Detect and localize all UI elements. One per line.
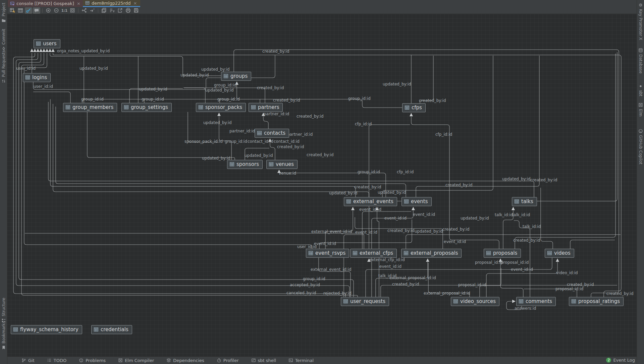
- tool-button-elm[interactable]: Elm: [637, 103, 644, 117]
- actual-size-button[interactable]: 1:1: [61, 7, 68, 14]
- table-node-proposals[interactable]: proposals: [484, 249, 521, 258]
- status-item-sbt-shell[interactable]: sbt shell: [251, 358, 276, 363]
- status-item-dependencies[interactable]: Dependencies: [166, 358, 204, 363]
- zoom-out-button[interactable]: [53, 7, 60, 14]
- tool-button-key-promoter-x[interactable]: Key Promoter X: [637, 3, 644, 40]
- table-name-label: flyway_schema_history: [20, 326, 78, 332]
- status-bar: GitTODOProblemsElm CompilerDependenciesP…: [0, 356, 644, 364]
- edge-label: canceled_by:id: [286, 291, 316, 295]
- table-node-talks[interactable]: talks: [512, 197, 537, 206]
- export-button[interactable]: [116, 7, 124, 14]
- elm-icon: [638, 103, 643, 107]
- editor-tab-bar: console [[PROD] Gospeak]×dem8mlgp225rdd×: [7, 0, 637, 7]
- table-node-video_sources[interactable]: video_sources: [451, 297, 499, 306]
- tool-button-structure[interactable]: Structure: [0, 298, 7, 323]
- edge-label: created_by:id: [257, 86, 284, 90]
- tool-label: Database: [638, 54, 643, 73]
- table-node-sponsor_packs[interactable]: sponsor_packs: [196, 103, 246, 112]
- table-node-comments[interactable]: comments: [516, 297, 556, 306]
- table-node-flyway_schema_history[interactable]: flyway_schema_history: [11, 325, 82, 334]
- table-node-external_events[interactable]: external_events: [344, 197, 397, 206]
- edge-label: updated_by:id: [329, 191, 358, 195]
- tool-button-project[interactable]: Project: [0, 3, 7, 23]
- table-node-users[interactable]: users: [34, 39, 60, 48]
- table-node-cfps[interactable]: cfps: [402, 103, 426, 112]
- table-node-external_cfps[interactable]: external_cfps: [350, 249, 397, 258]
- dot-icon: [638, 84, 643, 88]
- editor-tab-diagram[interactable]: dem8mlgp225rdd×: [83, 0, 140, 7]
- key-button[interactable]: [25, 7, 32, 14]
- fork-button[interactable]: [80, 7, 88, 14]
- table-node-user_requests[interactable]: user_requests: [341, 297, 389, 306]
- tool-button-commit[interactable]: Commit: [0, 29, 7, 51]
- zoom-in-button[interactable]: [45, 7, 52, 14]
- table-node-external_proposals[interactable]: external_proposals: [401, 249, 462, 258]
- table-node-icon: [94, 327, 98, 331]
- edge-label: created_by:id: [392, 282, 419, 287]
- tool-button-github-copilot[interactable]: GitHub Copilot: [637, 129, 644, 164]
- event-log-button[interactable]: 2 Event Log: [606, 356, 635, 364]
- print-icon: [125, 8, 131, 13]
- table-node-contacts[interactable]: contacts: [255, 129, 289, 138]
- status-item-problems[interactable]: Problems: [79, 358, 106, 363]
- elm-icon: [118, 358, 123, 363]
- status-item-label: TODO: [54, 358, 66, 363]
- table-columns-button[interactable]: [17, 7, 24, 14]
- table-node-venues[interactable]: venues: [266, 160, 298, 169]
- fit-content-button[interactable]: [69, 7, 76, 14]
- table-node-group_settings[interactable]: group_settings: [121, 103, 172, 112]
- toolbar-separator: [98, 8, 98, 13]
- edge-label: updated_by:id: [378, 190, 406, 195]
- edge-label: created_by:id: [297, 114, 324, 119]
- edge-label: external_event_id:id: [311, 267, 352, 272]
- tool-label: Project: [1, 3, 6, 16]
- table-node-partners[interactable]: partners: [249, 103, 283, 112]
- table-node-logins[interactable]: logins: [23, 73, 51, 82]
- status-item-terminal[interactable]: Terminal: [288, 358, 314, 363]
- tool-label: Pull Requests: [1, 50, 6, 77]
- table-node-event_rsvps[interactable]: event_rsvps: [306, 249, 349, 258]
- status-item-git[interactable]: Git: [21, 358, 35, 363]
- status-item-profiler[interactable]: Profiler: [217, 358, 239, 363]
- table-node-groups[interactable]: groups: [221, 72, 251, 81]
- event-log-label: Event Log: [613, 358, 635, 363]
- close-tab-icon[interactable]: ×: [77, 1, 80, 6]
- table-name-label: comments: [526, 298, 552, 304]
- table-node-credentials[interactable]: credentials: [91, 325, 132, 334]
- tool-button-sbt[interactable]: sbt: [637, 84, 644, 97]
- tool-label: GitHub Copilot: [638, 135, 643, 164]
- table-key-button[interactable]: [9, 7, 16, 14]
- tool-button-bookmarks[interactable]: Bookmarks: [0, 321, 7, 350]
- tool-button-pull-requests[interactable]: Pull Requests: [0, 50, 7, 83]
- table-node-proposal_ratings[interactable]: proposal_ratings: [569, 297, 624, 306]
- table-name-label: event_rsvps: [315, 250, 345, 256]
- key-icon: [26, 8, 31, 13]
- edge-label: contact_id:id: [274, 139, 300, 144]
- tab-label: dem8mlgp225rdd: [92, 1, 130, 6]
- save-button[interactable]: [132, 7, 140, 14]
- edge-labels-icon: [109, 8, 115, 13]
- edge-label: partner_id:id: [287, 132, 313, 137]
- copy-diagram-button[interactable]: [100, 7, 108, 14]
- table-name-label: contacts: [264, 130, 285, 136]
- table-node-icon: [346, 199, 351, 203]
- table-node-videos[interactable]: videos: [545, 249, 574, 258]
- close-tab-icon[interactable]: ×: [133, 1, 137, 6]
- tool-button-database[interactable]: Database: [637, 48, 644, 73]
- editor-tab-console[interactable]: console [[PROD] Gospeak]×: [8, 0, 83, 7]
- comment-button[interactable]: [33, 7, 40, 14]
- folder-icon: [1, 18, 6, 23]
- table-node-events[interactable]: events: [401, 197, 432, 206]
- status-item-todo[interactable]: TODO: [47, 358, 66, 363]
- status-item-elm-compiler[interactable]: Elm Compiler: [118, 358, 154, 363]
- print-button[interactable]: [124, 7, 132, 14]
- jump-arrow-button[interactable]: [89, 7, 96, 14]
- edge-label: created_by:id: [445, 183, 473, 187]
- edge-labels-button[interactable]: [108, 7, 116, 14]
- table-node-sponsors[interactable]: sponsors: [227, 160, 263, 169]
- table-node-icon: [404, 199, 409, 203]
- edge-label: created_by:id: [442, 227, 470, 232]
- edge-label: updated_by:id: [139, 87, 167, 92]
- table-node-group_members[interactable]: group_members: [63, 103, 117, 112]
- edge-label: accepted_by:id: [290, 283, 320, 287]
